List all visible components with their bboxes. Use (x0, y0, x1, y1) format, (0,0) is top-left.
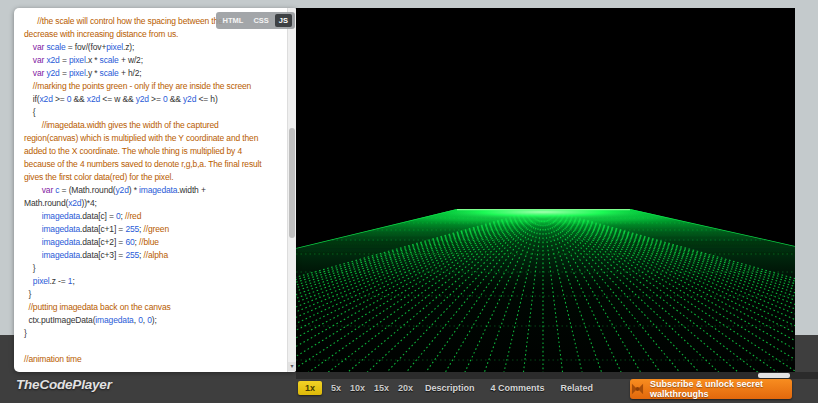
code-line: //animation time (24, 353, 288, 366)
footer-link-related[interactable]: Related (561, 383, 594, 393)
canvas-horizontal-scrollbar[interactable] (296, 372, 818, 379)
code-line: } (24, 262, 288, 275)
code-line: Math.round(x2d))*4; (24, 197, 288, 210)
subscribe-button-label: Subscribe & unlock secret walkthroughs (650, 379, 792, 399)
scrollbar-down-arrow-icon[interactable]: ▾ (288, 362, 296, 371)
code-text[interactable]: //the scale will control how the spacing… (14, 8, 288, 372)
code-line: ctx.putImageData(imagedata, 0, 0); (24, 314, 288, 327)
footer-link-description[interactable]: Description (425, 383, 475, 393)
code-line: //imagedata.width gives the width of the… (24, 119, 288, 132)
speed-button-15x[interactable]: 15x (374, 383, 389, 393)
code-line: imagedata.data[c+2] = 60; //blue (24, 236, 288, 249)
code-line: because of the 4 numbers saved to denote… (24, 158, 288, 171)
editor-vertical-scrollbar[interactable]: ▾ (287, 8, 296, 372)
code-line: } (24, 327, 288, 340)
code-editor-panel[interactable]: //the scale will control how the spacing… (14, 8, 296, 372)
code-line: var x2d = pixel.x * scale + w/2; (24, 54, 288, 67)
code-line: var y2d = pixel.y * scale + h/2; (24, 67, 288, 80)
canvas-scrollbar-thumb[interactable] (758, 373, 790, 378)
gift-bow-icon (630, 383, 645, 395)
playback-speed-controls: 1x5x10x15x20x (298, 381, 413, 395)
code-line: { (24, 106, 288, 119)
speed-button-20x[interactable]: 20x (398, 383, 413, 393)
code-line (24, 340, 288, 353)
code-line: region(canvas) which is multiplied with … (24, 132, 288, 145)
code-line: var c = (Math.round(y2d) * imagedata.wid… (24, 184, 288, 197)
thecodeplayer-logo[interactable]: TheCodePlayer (16, 377, 112, 392)
speed-button-1x[interactable]: 1x (298, 381, 322, 395)
code-line: added to the X coordinate. The whole thi… (24, 145, 288, 158)
footer-menu: Description4 CommentsRelated (425, 383, 593, 393)
code-line: gives the first color data(red) for the … (24, 171, 288, 184)
tab-css[interactable]: CSS (249, 14, 272, 27)
subscribe-button[interactable]: Subscribe & unlock secret walkthroughs (630, 379, 792, 399)
code-line: //putting imagedata back on the canvas (24, 301, 288, 314)
green-dot-plane-graphic (296, 8, 795, 372)
speed-button-5x[interactable]: 5x (331, 383, 341, 393)
code-line: if(x2d >= 0 && x2d <= w && y2d >= 0 && y… (24, 93, 288, 106)
player-page: //the scale will control how the spacing… (0, 0, 818, 403)
tab-js[interactable]: JS (275, 14, 292, 27)
code-line: var scale = fov/(fov+pixel.z); (24, 41, 288, 54)
editor-language-tabs: HTMLCSSJS (216, 12, 295, 29)
tab-html[interactable]: HTML (219, 14, 248, 27)
code-line: imagedata.data[c+1] = 255; //green (24, 223, 288, 236)
code-line: } (24, 288, 288, 301)
editor-scrollbar-thumb[interactable] (289, 128, 295, 238)
speed-button-10x[interactable]: 10x (350, 383, 365, 393)
code-line: pixel.z -= 1; (24, 275, 288, 288)
code-line: //marking the points green - only if the… (24, 80, 288, 93)
result-canvas (296, 8, 795, 372)
footer-link-4-comments[interactable]: 4 Comments (491, 383, 545, 393)
code-line: decrease with increasing distance from u… (24, 28, 288, 41)
code-line: imagedata.data[c] = 0; //red (24, 210, 288, 223)
code-line: imagedata.data[c+3] = 255; //alpha (24, 249, 288, 262)
